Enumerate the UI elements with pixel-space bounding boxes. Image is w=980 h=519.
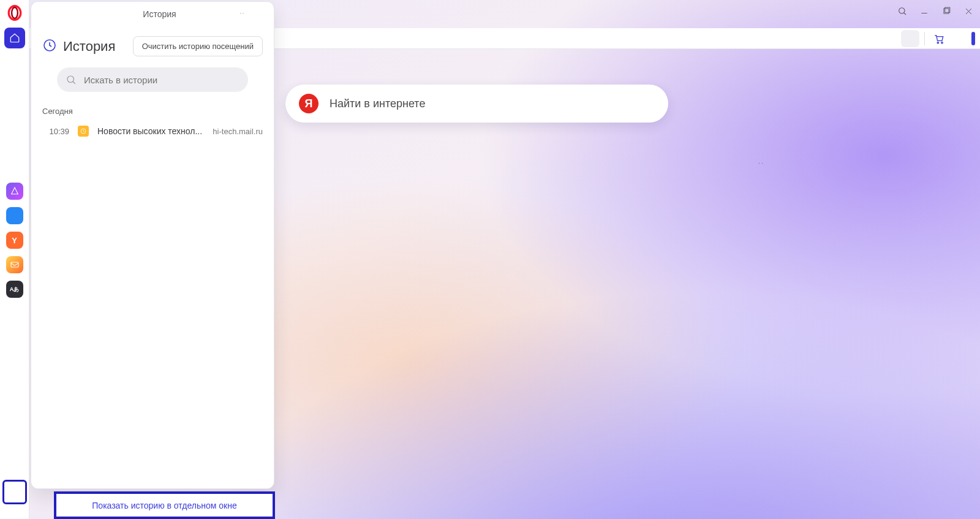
history-item[interactable]: 10:39 Новости высоких технол... hi-tech.… — [31, 121, 274, 142]
panel-pin-icon[interactable] — [252, 7, 266, 21]
svg-point-35 — [133, 10, 136, 17]
svg-rect-9 — [11, 262, 18, 267]
cube-icon[interactable] — [949, 30, 968, 47]
search-icon[interactable] — [643, 96, 655, 111]
svg-point-24 — [937, 42, 938, 43]
settings-list-icon[interactable] — [881, 30, 900, 47]
history-panel-toolbar: История — [31, 2, 274, 26]
history-item-favicon — [78, 126, 89, 137]
svg-point-20 — [888, 35, 890, 37]
svg-line-42 — [73, 81, 75, 84]
history-title-row: История Очистить историю посещений — [31, 26, 274, 61]
opera-logo-icon[interactable] — [6, 4, 24, 22]
clock-icon — [42, 38, 57, 55]
panel-address-text: История — [143, 9, 176, 19]
sidebar-app-mail[interactable] — [6, 256, 23, 273]
sidebar-app-vk[interactable] — [6, 207, 23, 224]
sidebar-history-button[interactable] — [4, 482, 25, 502]
history-search[interactable] — [57, 67, 248, 92]
open-history-window-label: Показать историю в отдельном окне — [92, 501, 236, 510]
svg-point-31 — [45, 10, 47, 12]
svg-rect-15 — [867, 36, 875, 42]
screenshot-icon[interactable] — [862, 30, 880, 47]
history-title: История — [63, 39, 115, 55]
svg-point-14 — [17, 511, 18, 512]
svg-point-26 — [644, 98, 652, 105]
sidebar-app-yandex[interactable]: Y — [6, 232, 23, 249]
svg-rect-4 — [945, 7, 950, 12]
svg-point-25 — [941, 42, 943, 43]
open-history-window-button[interactable]: Показать историю в отдельном окне — [54, 491, 275, 519]
svg-point-21 — [892, 37, 894, 39]
svg-point-22 — [889, 40, 891, 42]
svg-line-27 — [650, 104, 653, 107]
panel-menu-icon[interactable] — [39, 7, 53, 21]
svg-point-16 — [869, 37, 872, 40]
history-item-time: 10:39 — [42, 127, 69, 136]
svg-point-29 — [759, 163, 760, 164]
panel-emoji-icon[interactable] — [235, 7, 249, 21]
left-rail: Y Aあ — [0, 0, 29, 519]
browser-search-icon[interactable] — [893, 2, 911, 20]
profile-icon[interactable] — [901, 30, 919, 47]
svg-point-32 — [45, 13, 47, 15]
svg-rect-3 — [944, 9, 949, 13]
svg-point-39 — [243, 13, 243, 13]
svg-point-13 — [13, 511, 15, 512]
svg-point-8 — [12, 7, 18, 18]
easy-setup-handle[interactable] — [971, 32, 975, 45]
address-bar-tools — [862, 30, 975, 47]
svg-point-0 — [899, 8, 905, 13]
cart-icon[interactable] — [930, 30, 948, 47]
yandex-search-placeholder: Найти в интернете — [330, 97, 631, 110]
panel-address[interactable]: История — [75, 9, 231, 19]
yandex-search-bar[interactable]: Я Найти в интернете — [285, 85, 668, 123]
svg-point-33 — [45, 17, 47, 18]
sidebar-bookmarks-button[interactable] — [4, 52, 25, 73]
panel-reload-icon[interactable] — [57, 7, 72, 21]
history-item-host: hi-tech.mail.ru — [213, 127, 263, 136]
window-maximize-icon[interactable] — [937, 2, 956, 20]
svg-point-28 — [756, 160, 766, 169]
sidebar-app-alice[interactable] — [6, 183, 23, 200]
sidebar-more-button[interactable] — [4, 504, 25, 519]
divider — [924, 32, 925, 45]
svg-line-1 — [904, 13, 906, 15]
history-panel: История История Очистить историю посещен… — [31, 1, 274, 489]
window-controls — [893, 2, 978, 20]
sidebar-player-button[interactable] — [4, 433, 25, 453]
history-search-input[interactable] — [83, 74, 239, 86]
svg-point-10 — [10, 439, 19, 447]
window-close-icon[interactable] — [959, 2, 978, 20]
window-minimize-icon[interactable] — [915, 2, 933, 20]
history-section-today: Сегодня — [31, 96, 274, 121]
svg-point-34 — [131, 10, 138, 17]
svg-point-41 — [67, 76, 74, 83]
emoji-icon[interactable] — [755, 158, 767, 173]
sidebar-app-translate[interactable]: Aあ — [6, 281, 23, 298]
sidebar-favorites-button[interactable] — [4, 457, 25, 478]
svg-point-12 — [10, 511, 12, 512]
svg-point-37 — [238, 10, 246, 18]
browser-window: Y Aあ — [0, 0, 980, 519]
clear-history-button[interactable]: Очистить историю посещений — [133, 36, 263, 56]
sidebar-home-button[interactable] — [4, 28, 25, 48]
svg-point-11 — [10, 488, 19, 496]
history-item-title: Новости высоких технол... — [97, 126, 204, 136]
yandex-logo-icon: Я — [299, 94, 318, 113]
svg-point-23 — [908, 36, 911, 39]
svg-point-30 — [762, 163, 763, 164]
svg-point-38 — [240, 13, 241, 13]
